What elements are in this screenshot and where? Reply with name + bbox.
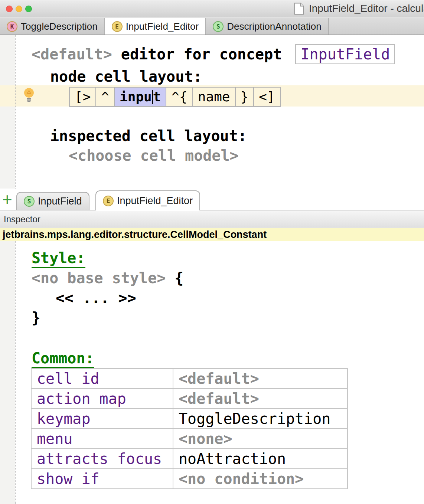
concept-reference[interactable]: InputField <box>295 44 395 64</box>
tab-label: InputField <box>38 196 82 207</box>
add-tab-button[interactable]: + <box>2 190 12 209</box>
style-body-placeholder[interactable]: << ... >> <box>56 289 136 307</box>
tab-inputfield-editor[interactable]: E InputField_Editor <box>105 18 206 35</box>
cell-constant-input[interactable]: input <box>115 88 166 106</box>
cell-open-brace[interactable]: ^{ <box>166 88 193 106</box>
table-row: attracts focus noAttraction <box>31 449 348 469</box>
property-label-action-map: action map <box>31 389 173 409</box>
property-label-menu: menu <box>31 429 173 449</box>
document-icon <box>294 3 304 16</box>
node-cell-layout-label: node cell layout: <box>50 68 202 85</box>
cell-layout-row[interactable]: [> ^ input ^{ name } <] <box>69 87 281 107</box>
table-row: cell id <default> <box>31 369 348 389</box>
table-row: menu <none> <box>31 429 348 449</box>
property-value-menu[interactable]: <none> <box>173 429 348 449</box>
inspector-qualified-name-bar: jetbrains.mps.lang.editor.structure.Cell… <box>0 228 424 241</box>
editor-tab-bar: K ToggleDescription E InputField_Editor … <box>0 18 424 35</box>
property-value-cell-id[interactable]: <default> <box>173 369 348 389</box>
open-brace: { <box>166 269 183 287</box>
table-row: show if <no condition> <box>31 469 348 489</box>
property-label-attracts-focus: attracts focus <box>31 449 173 469</box>
property-value-attracts-focus[interactable]: noAttraction <box>173 449 348 469</box>
tab-label: DescriptionAnnotation <box>227 21 321 32</box>
property-label-show-if: show if <box>31 469 173 489</box>
property-value-keymap[interactable]: ToggleDescription <box>173 409 348 429</box>
property-value-show-if[interactable]: <no condition> <box>173 469 348 489</box>
structure-concept-icon: S <box>213 21 224 32</box>
close-button[interactable] <box>6 6 13 12</box>
common-section-title: Common: <box>32 350 94 368</box>
tab-toggledescription[interactable]: K ToggleDescription <box>0 18 105 35</box>
cell-close-brace[interactable]: } <box>236 88 254 106</box>
table-row: action map <default> <box>31 389 348 409</box>
editor-for-concept-text: editor for concept <box>112 46 282 63</box>
text-before-cursor: inpu <box>120 89 152 104</box>
tab-descriptionannotation[interactable]: S DescriptionAnnotation <box>206 18 329 35</box>
node-tab-bar: + S InputField E InputField_Editor <box>0 189 424 210</box>
no-base-style-placeholder[interactable]: <no base style> <box>32 269 166 287</box>
property-label-keymap: keymap <box>31 409 173 429</box>
editor-concept-icon: E <box>103 196 114 206</box>
inspector-title-bar: Inspector <box>0 211 424 228</box>
tab-inputfield-editor-node[interactable]: E InputField_Editor <box>95 190 200 210</box>
cell-close-bracket[interactable]: <] <box>254 88 280 106</box>
tab-bar-filler <box>329 18 424 35</box>
window-title: InputField_Editor - calcula <box>309 0 424 17</box>
cell-open-bracket[interactable]: [> <box>70 88 96 106</box>
qualified-concept-name: jetbrains.mps.lang.editor.structure.Cell… <box>3 228 267 241</box>
base-style-line[interactable]: <no base style> { <box>32 269 183 287</box>
tab-label: InputField_Editor <box>126 21 199 32</box>
keymap-icon: K <box>7 21 17 32</box>
tab-label: InputField_Editor <box>117 195 193 207</box>
intention-bulb-icon[interactable] <box>23 88 35 105</box>
inspector-gutter <box>0 241 15 504</box>
editor-header-line[interactable]: <default> editor for concept InputField <box>32 44 395 64</box>
close-brace: } <box>32 309 40 326</box>
editor-concept-icon: E <box>112 21 123 32</box>
inspected-cell-layout-label: inspected cell layout: <box>50 127 247 144</box>
tab-inputfield-structure[interactable]: S InputField <box>16 192 89 210</box>
default-editor-label[interactable]: <default> <box>32 46 112 63</box>
cell-caret-marker[interactable]: ^ <box>96 88 115 106</box>
inspector-panel-title: Inspector <box>4 211 40 227</box>
property-value-action-map[interactable]: <default> <box>173 389 348 409</box>
property-label-cell-id: cell id <box>31 369 173 389</box>
cell-property-name[interactable]: name <box>193 88 236 106</box>
text-after-cursor: t <box>153 89 161 104</box>
common-properties-table: cell id <default> action map <default> k… <box>31 368 348 489</box>
structure-concept-icon: S <box>24 196 35 207</box>
table-row: keymap ToggleDescription <box>31 409 348 429</box>
minimize-button[interactable] <box>16 6 22 12</box>
editor-gutter <box>0 35 15 189</box>
tab-label: ToggleDescription <box>21 21 98 32</box>
gutter-separator <box>15 35 16 189</box>
title-bar: InputField_Editor - calcula <box>0 0 424 17</box>
inspector-gutter-separator <box>15 241 16 504</box>
style-section-title: Style: <box>32 249 85 268</box>
zoom-button[interactable] <box>25 6 32 12</box>
main-editor[interactable]: <default> editor for concept InputField … <box>0 35 424 189</box>
choose-cell-model-placeholder[interactable]: <choose cell model> <box>69 147 239 164</box>
inspector-editor[interactable]: Style: <no base style> { << ... >> } Com… <box>0 241 424 504</box>
